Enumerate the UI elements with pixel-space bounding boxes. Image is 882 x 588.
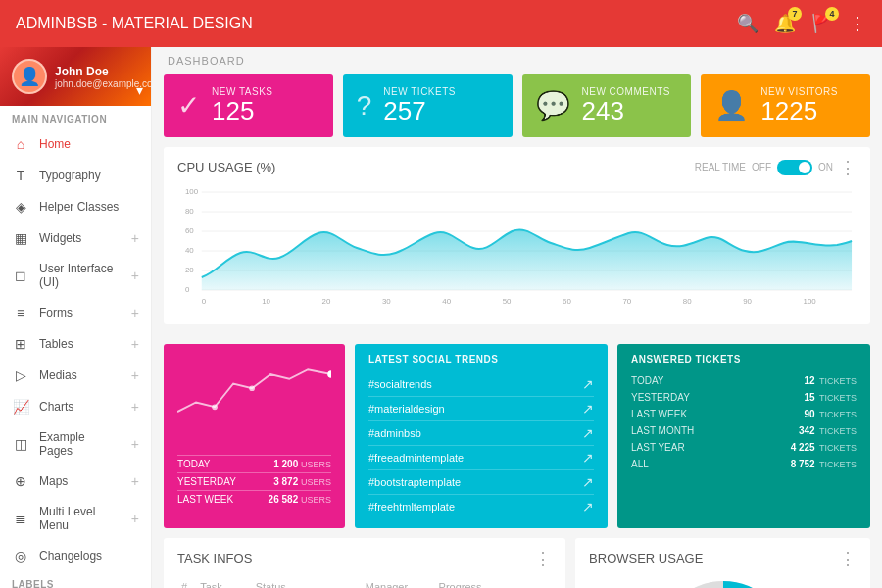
sidebar-item-changelogs[interactable]: ◎ Changelogs xyxy=(0,540,151,571)
pink-stats-row: LAST WEEK 26 582 USERS xyxy=(177,490,331,508)
social-item: #freehtmltemplate ↗ xyxy=(368,495,594,518)
task-more-icon[interactable]: ⋮ xyxy=(534,548,552,569)
stat-value-comments: 243 xyxy=(582,97,670,125)
task-col-header: Progress xyxy=(435,577,553,588)
nav-icon-medias: ▷ xyxy=(12,368,29,383)
browser-card: BROWSER USAGE ⋮ xyxy=(575,538,870,588)
stat-info-tasks: NEW TASKS 125 xyxy=(212,86,272,125)
stat-icon-visitors: 👤 xyxy=(714,89,749,122)
nav-plus-medias[interactable]: + xyxy=(131,368,139,383)
nav-icon-charts: 📈 xyxy=(12,399,29,415)
nav-icon-changelogs: ◎ xyxy=(12,548,29,564)
nav-plus-ui[interactable]: + xyxy=(131,268,139,283)
stat-card-tickets: ? NEW TICKETS 257 xyxy=(343,74,513,137)
social-items: #socialtrends ↗#materialdesign ↗#adminbs… xyxy=(368,372,594,518)
trend-up-icon: ↗ xyxy=(582,499,594,514)
off-label: OFF xyxy=(752,162,771,172)
nav-plus-example_pages[interactable]: + xyxy=(131,436,139,452)
svg-point-23 xyxy=(327,370,331,378)
social-tag: #freeadmintemplate xyxy=(368,452,464,464)
sidebar-item-widgets[interactable]: ▦ Widgets + xyxy=(0,222,151,254)
sidebar-item-home[interactable]: ⌂ Home xyxy=(0,128,151,160)
ticket-row: LAST MONTH 342 TICKETS xyxy=(631,422,857,439)
nav-icon-maps: ⊕ xyxy=(12,473,29,489)
profile-chevron-icon[interactable]: ▾ xyxy=(136,82,143,98)
task-card-title: TASK INFOS xyxy=(177,551,252,565)
nav-plus-forms[interactable]: + xyxy=(131,305,139,320)
sidebar-item-maps[interactable]: ⊕ Maps + xyxy=(0,466,151,497)
sidebar-item-example_pages[interactable]: ◫ Example Pages + xyxy=(0,422,151,466)
pink-stats-row: YESTERDAY 3 872 USERS xyxy=(177,472,331,490)
trend-up-icon: ↗ xyxy=(582,425,594,441)
svg-text:20: 20 xyxy=(185,266,194,274)
sidebar-item-multilevel[interactable]: ≣ Multi Level Menu + xyxy=(0,497,151,540)
nav-plus-maps[interactable]: + xyxy=(131,473,139,489)
ticket-row-label: LAST MONTH xyxy=(631,425,694,436)
alerts-icon[interactable]: 🚩 4 xyxy=(811,13,833,34)
ticket-row: TODAY 12 TICKETS xyxy=(631,372,857,389)
browser-more-icon[interactable]: ⋮ xyxy=(839,548,857,569)
stat-value-tasks: 125 xyxy=(212,97,272,125)
nav-label-typography: Typography xyxy=(39,169,101,182)
nav-plus-multilevel[interactable]: + xyxy=(131,511,139,526)
social-item: #bootstraptemplate ↗ xyxy=(368,470,594,495)
task-card-header: TASK INFOS ⋮ xyxy=(177,548,552,569)
more-menu-icon[interactable]: ⋮ xyxy=(849,13,866,34)
sidebar-item-forms[interactable]: ≡ Forms + xyxy=(0,297,151,328)
task-table: #TaskStatusManagerProgress 1 Task A Done… xyxy=(177,577,552,588)
svg-text:60: 60 xyxy=(563,297,571,306)
social-tag: #adminbsb xyxy=(368,427,421,439)
nav-plus-charts[interactable]: + xyxy=(131,399,139,415)
nav-label-multilevel: Multi Level Menu xyxy=(39,505,122,532)
social-item: #freeadmintemplate ↗ xyxy=(368,446,594,470)
stat-icon-tasks: ✓ xyxy=(177,89,200,122)
ticket-suffix: TICKETS xyxy=(817,393,857,403)
browser-card-title: BROWSER USAGE xyxy=(589,551,703,565)
stat-card-visitors: 👤 NEW VISITORS 1225 xyxy=(701,74,870,137)
ticket-count: 12 xyxy=(805,375,815,386)
browser-card-header: BROWSER USAGE ⋮ xyxy=(589,548,857,569)
trend-up-icon: ↗ xyxy=(582,376,594,392)
ticket-suffix: TICKETS xyxy=(817,426,857,436)
svg-text:30: 30 xyxy=(382,297,391,306)
cpu-chart-title: CPU USAGE (%) xyxy=(177,160,275,174)
search-icon[interactable]: 🔍 xyxy=(737,13,759,34)
realtime-toggle-switch[interactable] xyxy=(777,160,812,175)
notifications-icon[interactable]: 🔔 7 xyxy=(774,13,796,34)
task-table-header: #TaskStatusManagerProgress xyxy=(177,577,552,588)
realtime-toggle: REAL TIME OFF ON ⋮ xyxy=(695,157,857,178)
sidebar-item-ui[interactable]: ◻ User Interface (UI) + xyxy=(0,254,151,297)
nav-label-widgets: Widgets xyxy=(39,231,81,245)
toggle-knob xyxy=(799,162,810,173)
ticket-row: LAST WEEK 90 TICKETS xyxy=(631,406,857,422)
chart-more-icon[interactable]: ⋮ xyxy=(839,157,857,178)
profile-name: John Doe xyxy=(55,65,152,78)
task-col-header: Status xyxy=(252,577,362,588)
nav-icon-typography: T xyxy=(12,168,29,183)
mini-line-chart xyxy=(177,354,331,432)
sidebar-item-helper[interactable]: ◈ Helper Classes xyxy=(0,191,151,222)
nav-icon-ui: ◻ xyxy=(12,268,29,283)
svg-text:60: 60 xyxy=(185,226,194,235)
social-item: #socialtrends ↗ xyxy=(368,372,594,397)
task-col-header: Task xyxy=(196,577,252,588)
svg-text:80: 80 xyxy=(683,297,692,306)
pink-row-label: LAST WEEK xyxy=(177,494,233,505)
nav-plus-widgets[interactable]: + xyxy=(131,230,139,246)
ticket-row: LAST YEAR 4 225 TICKETS xyxy=(631,439,857,456)
pink-row-value: 26 582 xyxy=(269,494,299,505)
sidebar-item-medias[interactable]: ▷ Medias + xyxy=(0,360,151,391)
sidebar-item-charts[interactable]: 📈 Charts + xyxy=(0,391,151,422)
stat-value-visitors: 1225 xyxy=(760,97,838,125)
nav-label-maps: Maps xyxy=(39,474,68,488)
nav-plus-tables[interactable]: + xyxy=(131,336,139,352)
donut-container: Chrome 37% xyxy=(589,577,857,588)
ticket-count: 342 xyxy=(799,425,815,436)
nav-icon-helper: ◈ xyxy=(12,199,29,215)
sidebar-item-typography[interactable]: T Typography xyxy=(0,160,151,191)
stat-label-tasks: NEW TASKS xyxy=(212,86,272,97)
stat-info-tickets: NEW TICKETS 257 xyxy=(383,86,456,125)
donut-chart-svg xyxy=(655,577,792,588)
ticket-suffix: TICKETS xyxy=(817,410,857,419)
sidebar-item-tables[interactable]: ⊞ Tables + xyxy=(0,328,151,360)
